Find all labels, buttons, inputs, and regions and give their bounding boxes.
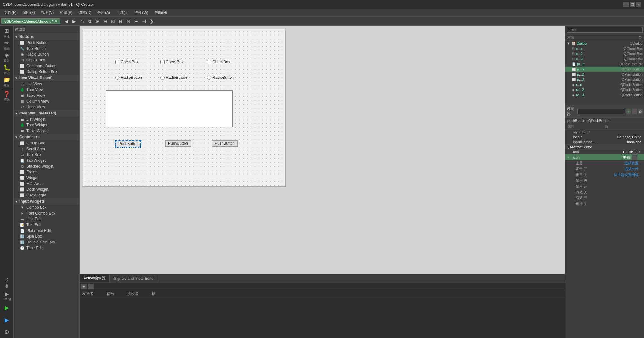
widget-table-view[interactable]: ⊞ Table View (14, 93, 79, 98)
obj-row-ra3[interactable]: ◉ ra...3 QRadioButton (565, 92, 644, 97)
section-item-views[interactable]: ▼ Item Vie...I-Based) (14, 75, 79, 81)
section-item-widgets[interactable]: ▼ Item Wid...m-Based) (14, 110, 79, 116)
bottom-add-button[interactable]: + (81, 284, 87, 289)
section-input-widgets[interactable]: ▼ Input Widgets (14, 198, 79, 205)
menu-view[interactable]: 视图(V) (38, 9, 56, 16)
prop-selected-off[interactable]: 选择 关 (565, 201, 644, 207)
prop-normal-off[interactable]: 正常 关 从主题设置图标... (565, 172, 644, 178)
nav-settings[interactable]: ⚙ (1, 326, 13, 338)
menu-analyze[interactable]: 分析(A) (95, 9, 113, 16)
widget-dialog-button-box[interactable]: ⬜ Dialog Button Box (14, 69, 79, 75)
widget-check-box[interactable]: ☑ Check Box (14, 57, 79, 63)
tb-grid[interactable]: ▦ (117, 18, 124, 25)
prop-icon[interactable]: ▼ icon [主题] ⋯ (565, 154, 644, 160)
widget-font-combo-box[interactable]: F Font Combo Box (14, 210, 79, 216)
prop-disabled-off[interactable]: 禁用 关 (565, 178, 644, 184)
nav-help[interactable]: ❓ 帮助 (1, 90, 13, 102)
props-settings-button[interactable]: ⚙ (638, 109, 643, 114)
obj-row-rn[interactable]: ◉ r...n QRadioButton (565, 82, 644, 87)
canvas-button-2[interactable]: PushButton (165, 140, 191, 147)
props-add-button[interactable]: + (626, 109, 631, 114)
tab-action-editor[interactable]: Action编辑器 (80, 274, 110, 282)
prop-normal-on[interactable]: 正常 开 选择文件... (565, 166, 644, 172)
nav-run[interactable]: ▶ (1, 302, 13, 314)
nav-welcome[interactable]: ⊞ 欢迎 (1, 27, 13, 39)
maximize-button[interactable]: ❐ (630, 2, 635, 7)
radio-input-3[interactable] (207, 76, 211, 80)
props-remove-button[interactable]: − (632, 109, 637, 114)
prop-active-off[interactable]: 有效 关 (565, 189, 644, 195)
tb-copy[interactable]: ⧉ (86, 18, 93, 25)
checkbox-input-3[interactable] (207, 60, 211, 64)
tb-align-top[interactable]: ⊠ (109, 18, 117, 25)
menu-debug[interactable]: 调试(D) (76, 9, 94, 16)
close-tab-icon[interactable]: ✕ (55, 19, 57, 23)
obj-row-dialog[interactable]: ▼ 🪟 Dialog QDialog (565, 41, 644, 46)
nav-run-debug[interactable]: ▶ (1, 314, 13, 326)
widget-plain-text-edit[interactable]: 📄 Plain Text Edit (14, 228, 79, 233)
widget-radio-button[interactable]: ◉ Radio Button (14, 51, 79, 57)
widget-mdi-area[interactable]: ⬜ MDI Area (14, 181, 79, 187)
menu-tools[interactable]: 工具(T) (113, 9, 131, 16)
widget-text-edit[interactable]: 📝 Text Edit (14, 222, 79, 228)
widget-double-spin-box[interactable]: 🔢 Double Spin Box (14, 239, 79, 245)
widget-line-edit[interactable]: — Line Edit (14, 216, 79, 222)
canvas-textarea[interactable] (106, 90, 233, 127)
radio-input-1[interactable] (115, 76, 119, 80)
widget-column-view[interactable]: ▦ Column View (14, 98, 79, 104)
widget-list-view[interactable]: ☰ List View (14, 81, 79, 87)
design-canvas[interactable]: CheckBox CheckBox CheckBox RadioButton (83, 29, 286, 187)
tb-save[interactable]: ⎙ (79, 18, 86, 25)
canvas-radio-2[interactable]: RadioButton (160, 75, 187, 80)
prop-active-on[interactable]: 有效 开 (565, 195, 644, 201)
widget-dock-widget[interactable]: ⬜ Dock Widget (14, 187, 79, 192)
widget-tree-view[interactable]: 🌲 Tree View (14, 87, 79, 93)
nav-project[interactable]: 📁 项目 (1, 76, 13, 87)
tb-forward[interactable]: ▶ (71, 18, 78, 25)
menu-widget[interactable]: 控件(W) (132, 9, 151, 16)
icon-expand[interactable]: ▼ (567, 156, 571, 159)
widget-combo-box[interactable]: ▼ Combo Box (14, 205, 79, 210)
widget-frame[interactable]: ⬜ Frame (14, 169, 79, 175)
widget-stacked-widget[interactable]: ⧉ Stacked Widget (14, 163, 79, 169)
open-file-tab[interactable]: CSDN/demo1/demo1/dialog.ui* ✕ (1, 18, 60, 24)
tb-more[interactable]: ❯ (148, 18, 155, 25)
nav-design[interactable]: ◈ 设计 (1, 51, 13, 63)
menu-build[interactable]: 构建(B) (57, 9, 75, 16)
obj-row-pn[interactable]: ⬜ p...n QPushButton (565, 67, 644, 72)
section-containers[interactable]: ▼ Containers (14, 134, 79, 140)
canvas-checkbox-1[interactable]: CheckBox (115, 60, 138, 64)
checkbox-input-2[interactable] (160, 60, 165, 64)
prop-inputmethod[interactable]: inputMethod... ImhNone (565, 140, 644, 144)
nav-debug[interactable]: 🐛 调试 (1, 64, 13, 75)
widget-tool-button[interactable]: 🔧 Tool Button (14, 46, 79, 51)
obj-row-c3[interactable]: ☑ c...3 QCheckBox (565, 56, 644, 61)
minimize-button[interactable]: — (623, 2, 629, 7)
widget-undo-view[interactable]: ↩ Undo View (14, 104, 79, 110)
section-qabstract[interactable]: QAbstractButton (565, 144, 644, 150)
menu-file[interactable]: 文件(F) (1, 9, 19, 16)
obj-row-cx[interactable]: ☑ c...x QCheckBox (565, 46, 644, 51)
canvas-area[interactable]: CheckBox CheckBox CheckBox RadioButton (80, 26, 565, 274)
tab-signals-slots[interactable]: Signals and Slots Editor (110, 275, 159, 282)
tb-back[interactable]: ◀ (63, 18, 70, 25)
tb-layout[interactable]: ⊡ (125, 18, 132, 25)
widget-qax-widget[interactable]: ⬜ QAxWidget (14, 192, 79, 198)
widget-scroll-area[interactable]: ↕ Scroll Area (14, 146, 79, 152)
close-button[interactable]: ✕ (636, 2, 641, 7)
props-filter-input[interactable] (577, 109, 625, 114)
obj-row-ra2[interactable]: ◉ ra...2 QRadioButton (565, 87, 644, 92)
canvas-checkbox-3[interactable]: CheckBox (207, 60, 230, 64)
menu-help[interactable]: 帮助(H) (152, 9, 170, 16)
menu-edit[interactable]: 编辑(E) (20, 9, 38, 16)
nav-edit[interactable]: ✏ 编辑 (1, 39, 13, 51)
widget-command-button[interactable]: ⬜ Comman...Button (14, 63, 79, 69)
section-buttons[interactable]: ▼ Buttons (14, 33, 79, 40)
widget-push-button[interactable]: ⬜ Push Button (14, 40, 79, 46)
prop-theme[interactable]: 主题 选择资源... (565, 160, 644, 166)
widget-spin-box[interactable]: 🔢 Spin Box (14, 233, 79, 239)
widget-table-widget[interactable]: ⊞ Table Widget (14, 128, 79, 134)
radio-input-2[interactable] (160, 76, 165, 80)
tb-align-left[interactable]: ⊞ (94, 18, 101, 25)
widget-group-box[interactable]: ⬜ Group Box (14, 140, 79, 146)
